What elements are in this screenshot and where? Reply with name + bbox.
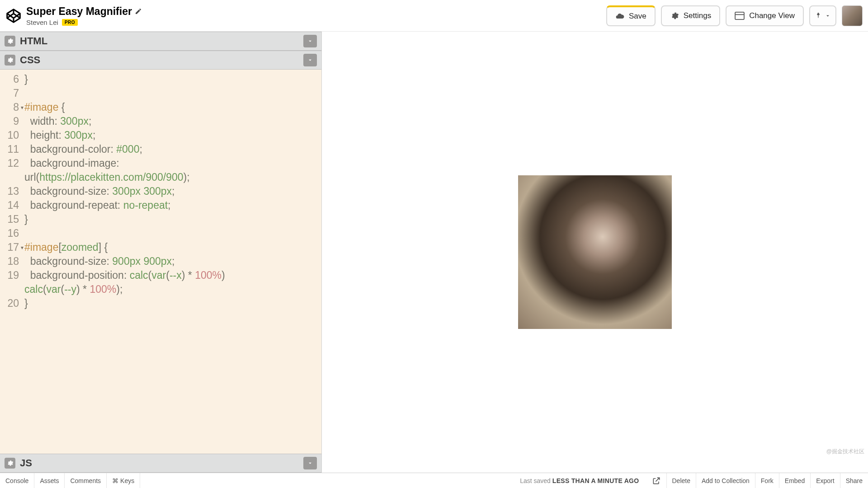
command-icon: ⌘ [112,477,118,484]
gear-icon [670,11,679,20]
delete-button[interactable]: Delete [667,473,696,488]
top-actions: Save Settings Change View [606,5,863,26]
code-line[interactable]: 16 [0,226,321,240]
avatar[interactable] [842,5,863,26]
author-name[interactable]: Steven Lei [26,19,58,26]
code-line[interactable]: url(https://placekitten.com/900/900); [0,170,321,184]
share-button[interactable]: Share [840,473,868,488]
status-bar: Console Assets Comments ⌘ Keys Last save… [0,473,868,488]
code-line[interactable]: 18 background-size: 900px 900px; [0,254,321,268]
open-external-icon [652,476,661,485]
code-line[interactable]: 11 background-color: #000; [0,142,321,156]
js-panel-header[interactable]: JS [0,454,321,473]
pro-badge: PRO [62,19,78,26]
js-collapse-button[interactable] [303,457,317,469]
code-line[interactable]: 17▾#image[zoomed] { [0,240,321,254]
code-line[interactable]: 19 background-position: calc(var(--x) * … [0,268,321,282]
add-collection-button[interactable]: Add to Collection [696,473,755,488]
html-collapse-button[interactable] [303,35,317,47]
assets-button[interactable]: Assets [34,473,65,488]
fork-button[interactable]: Fork [755,473,779,488]
html-settings-button[interactable] [5,36,15,47]
settings-label: Settings [684,11,711,20]
preview-image[interactable] [518,175,672,329]
code-line[interactable]: calc(var(--y) * 100%); [0,282,321,296]
change-view-label: Change View [749,11,795,20]
top-bar: Super Easy Magnifier Steven Lei PRO Save… [0,0,868,32]
embed-button[interactable]: Embed [779,473,811,488]
comments-button[interactable]: Comments [65,473,107,488]
svg-rect-0 [735,12,744,19]
code-line[interactable]: 9 width: 300px; [0,114,321,128]
settings-button[interactable]: Settings [661,5,720,26]
code-line[interactable]: 8▾#image { [0,100,321,114]
layout-icon [735,12,745,20]
code-line[interactable]: 20} [0,296,321,310]
pen-title: Super Easy Magnifier [26,5,132,18]
pin-dropdown-button[interactable] [809,5,836,26]
js-settings-button[interactable] [5,458,15,469]
chevron-down-icon [825,13,831,19]
codepen-logo[interactable] [5,8,22,24]
css-editor[interactable]: 6}78▾#image {9 width: 300px;10 height: 3… [0,70,321,454]
css-collapse-button[interactable] [303,54,317,66]
save-label: Save [629,12,646,21]
title-block: Super Easy Magnifier Steven Lei PRO [26,5,142,26]
code-line[interactable]: 14 background-repeat: no-repeat; [0,198,321,212]
watermark: @掘金技术社区 [826,448,864,455]
css-panel-header[interactable]: CSS [0,51,321,70]
share-out-button[interactable] [646,473,667,488]
keys-button[interactable]: ⌘ Keys [107,473,140,488]
code-line[interactable]: 13 background-size: 300px 300px; [0,184,321,198]
css-panel-label: CSS [20,54,40,66]
console-button[interactable]: Console [0,473,34,488]
keys-label: Keys [120,477,134,484]
preview-pane: @掘金技术社区 [322,32,868,473]
code-line[interactable]: 7 [0,86,321,100]
code-line[interactable]: 15} [0,212,321,226]
html-panel-label: HTML [20,35,47,47]
js-panel-label: JS [20,457,32,469]
pin-icon [815,12,822,20]
edit-title-icon[interactable] [135,8,142,15]
html-panel-header[interactable]: HTML [0,32,321,51]
editors-column: HTML CSS 6}78▾#image {9 width: 300px;10 … [0,32,322,473]
save-button[interactable]: Save [606,5,656,26]
export-button[interactable]: Export [811,473,840,488]
cloud-icon [615,12,624,21]
code-line[interactable]: 10 height: 300px; [0,128,321,142]
code-line[interactable]: 12 background-image: [0,156,321,170]
change-view-button[interactable]: Change View [726,5,804,26]
save-status: Last saved LESS THAN A MINUTE AGO [513,477,646,484]
css-settings-button[interactable] [5,55,15,66]
code-line[interactable]: 6} [0,72,321,86]
